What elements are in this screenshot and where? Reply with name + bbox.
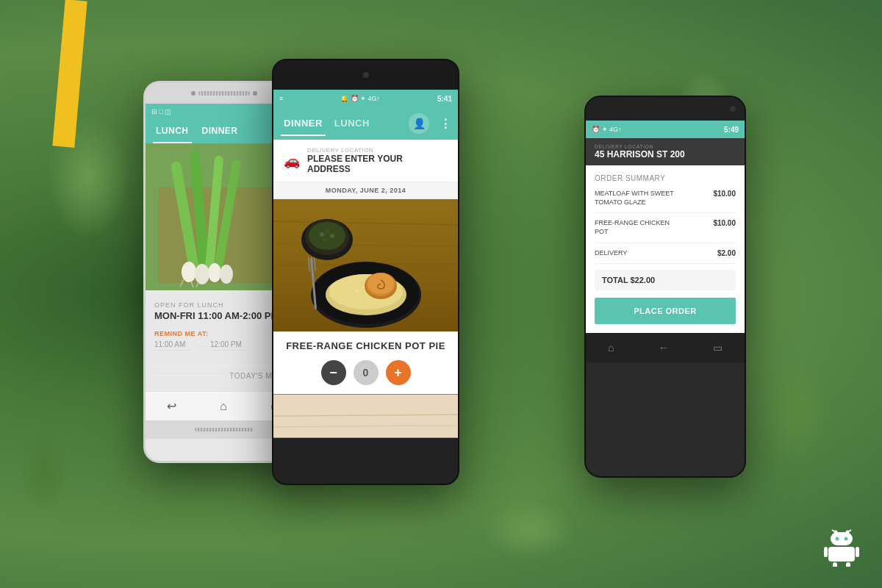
- phone-center: ≡ 🔔 ⏰ ✦ 4G↑ 5:41 DINNER LUNCH 👤 ⋮ 🚗 DELI…: [272, 59, 459, 485]
- svg-rect-54: [824, 547, 828, 557]
- status-left-icons: ⊟ □ ◫: [151, 108, 171, 115]
- svg-point-39: [320, 232, 324, 237]
- svg-point-52: [845, 537, 848, 541]
- svg-rect-57: [846, 562, 850, 567]
- tab-lunch-left[interactable]: LUNCH: [153, 120, 192, 143]
- order-delivery-label: Delivery: [595, 249, 627, 258]
- camera-dot-left: [191, 91, 196, 96]
- delivery-location-label: DELIVERY LOCATION: [307, 147, 448, 154]
- android-logo: [823, 526, 860, 573]
- next-item-preview: [273, 394, 458, 438]
- phone-right: ⏰ ✦ 4G↑ 5:49 DELIVERY LOCATION 45 HARRIS…: [584, 96, 746, 478]
- order-summary-title: ORDER SUMMARY: [595, 174, 736, 182]
- svg-point-28: [359, 295, 362, 298]
- del-address-right[interactable]: 45 HARRISON ST 200: [595, 149, 736, 159]
- svg-point-38: [309, 222, 345, 250]
- top-area-right: [586, 97, 745, 121]
- status-left-right: ⏰ ✦ 4G↑: [592, 126, 622, 133]
- camera-right: [730, 106, 736, 112]
- speaker-grill-bottom: [195, 428, 254, 431]
- food-item-image: [273, 199, 458, 331]
- status-time-right: 5:49: [724, 126, 739, 134]
- status-bar-right: ⏰ ✦ 4G↑ 5:49: [586, 121, 745, 138]
- svg-point-41: [330, 234, 334, 238]
- place-order-btn[interactable]: PLACE ORDER: [595, 298, 736, 324]
- time-to[interactable]: 12:00 PM: [210, 340, 247, 351]
- status-bar-center: ≡ 🔔 ⏰ ✦ 4G↑ 5:41: [273, 90, 458, 107]
- qty-plus-btn[interactable]: +: [386, 360, 411, 385]
- order-item-1: MEATLOAF WITH SWEET TOMATO GLAZE $10.00: [595, 190, 736, 213]
- profile-icon-btn[interactable]: 👤: [409, 113, 429, 134]
- status-left-center: ≡: [279, 95, 283, 102]
- order-item-price-1: $10.00: [713, 190, 736, 198]
- food-item-info: FREE-RANGE CHICKEN POT PIE − 0 +: [273, 331, 458, 394]
- qty-controls: − 0 +: [284, 360, 448, 385]
- status-time-center: 5:41: [437, 95, 452, 103]
- tab-dinner-left[interactable]: DINNER: [199, 120, 241, 143]
- order-item-price-2: $10.00: [713, 219, 736, 227]
- del-label-right: DELIVERY LOCATION: [595, 144, 736, 149]
- svg-point-42: [323, 237, 327, 242]
- svg-line-49: [847, 530, 851, 532]
- svg-point-40: [324, 229, 330, 234]
- home-icon-left[interactable]: ⌂: [220, 400, 227, 413]
- camera-dot-right: [253, 91, 257, 96]
- svg-point-51: [836, 537, 839, 541]
- tab-lunch-center[interactable]: LUNCH: [331, 112, 373, 136]
- tab-dinner-center[interactable]: DINNER: [281, 112, 326, 136]
- order-item-name-2: FREE-RANGE CHICKEN POT: [595, 219, 683, 236]
- date-bar: MONDAY, JUNE 2, 2014: [273, 182, 458, 199]
- home-icon-right[interactable]: ⌂: [608, 342, 614, 354]
- status-icons-center: 🔔 ⏰ ✦ 4G↑: [340, 95, 380, 102]
- qty-display: 0: [354, 360, 379, 385]
- qty-minus-btn[interactable]: −: [321, 360, 346, 385]
- front-camera-center: [363, 72, 369, 78]
- nav-bottom-right: ⌂ ← ▭: [586, 333, 745, 362]
- recents-icon-right[interactable]: ▭: [713, 342, 723, 354]
- app-tabs-center: DINNER LUNCH 👤 ⋮: [273, 107, 458, 140]
- delivery-text-block: DELIVERY LOCATION PLEASE ENTER YOUR ADDR…: [307, 147, 448, 174]
- back-icon-left[interactable]: ↩: [167, 399, 176, 413]
- order-delivery-price: $2.00: [717, 249, 736, 257]
- more-menu-btn[interactable]: ⋮: [440, 117, 451, 131]
- car-icon: 🚗: [284, 153, 300, 169]
- top-area-center: [273, 60, 458, 90]
- total-text: TOTAL $22.00: [602, 276, 655, 284]
- speaker-grill-top: [198, 91, 250, 96]
- svg-point-8: [195, 264, 209, 284]
- svg-rect-55: [856, 547, 859, 557]
- total-row: TOTAL $22.00: [595, 270, 736, 290]
- svg-point-7: [182, 262, 196, 282]
- back-icon-right[interactable]: ←: [659, 342, 669, 354]
- svg-rect-56: [833, 562, 837, 567]
- svg-point-10: [220, 265, 233, 284]
- order-content-right: ORDER SUMMARY MEATLOAF WITH SWEET TOMATO…: [586, 165, 745, 333]
- food-item-name: FREE-RANGE CHICKEN POT PIE: [284, 340, 448, 351]
- delivery-header-right: DELIVERY LOCATION 45 HARRISON ST 200: [586, 138, 745, 165]
- svg-point-24: [355, 290, 358, 293]
- svg-rect-53: [828, 547, 855, 562]
- delivery-address-center[interactable]: PLEASE ENTER YOUR ADDRESS: [307, 154, 448, 174]
- svg-rect-50: [831, 532, 853, 545]
- svg-point-31: [368, 273, 394, 294]
- order-item-2: FREE-RANGE CHICKEN POT $10.00: [595, 219, 736, 243]
- order-item-delivery: Delivery $2.00: [595, 249, 736, 265]
- phones-container: ⊟ □ ◫ ✗ ▲ ||| LUNCH DINNER: [0, 0, 882, 588]
- svg-point-9: [208, 263, 221, 282]
- delivery-bar-center[interactable]: 🚗 DELIVERY LOCATION PLEASE ENTER YOUR AD…: [273, 140, 458, 182]
- svg-line-48: [832, 530, 836, 532]
- time-from[interactable]: 11:00 AM: [154, 340, 191, 351]
- order-item-name-1: MEATLOAF WITH SWEET TOMATO GLAZE: [595, 190, 683, 207]
